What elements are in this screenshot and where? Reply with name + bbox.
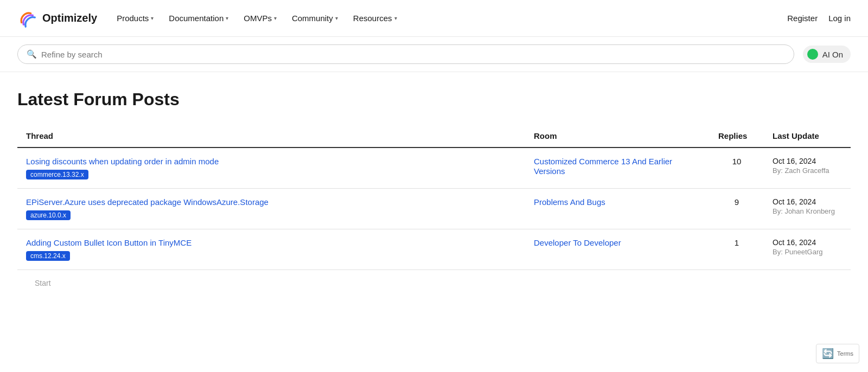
last-update-date: Oct 16, 2024 — [773, 238, 842, 247]
last-update-cell: Oct 16, 2024By: Zach Graceffa — [764, 147, 851, 189]
last-update-cell: Oct 16, 2024By: Johan Kronberg — [764, 189, 851, 229]
room-cell: Developer To Developer — [525, 229, 710, 270]
nav-item-documentation[interactable]: Documentation ▾ — [162, 9, 235, 27]
th-thread: Thread — [17, 125, 525, 147]
table-row: Adding Custom Bullet Icon Button in Tiny… — [17, 229, 851, 270]
room-cell: Customized Commerce 13 And Earlier Versi… — [525, 147, 710, 189]
forum-table: Thread Room Replies Last Update Losing d… — [17, 125, 851, 270]
last-update-date: Oct 16, 2024 — [773, 157, 842, 165]
nav-items: Products ▾ Documentation ▾ OMVPs ▾ Commu… — [110, 9, 783, 27]
room-link[interactable]: Developer To Developer — [534, 238, 621, 247]
navbar: Optimizely Products ▾ Documentation ▾ OM… — [0, 0, 868, 37]
nav-label-resources: Resources — [353, 14, 392, 23]
nav-label-products: Products — [117, 14, 149, 23]
search-bar-area: 🔍 AI On — [0, 37, 868, 72]
logo-icon — [17, 8, 38, 29]
nav-item-omvps[interactable]: OMVPs ▾ — [237, 9, 283, 27]
nav-item-community[interactable]: Community ▾ — [285, 9, 344, 27]
pagination-start[interactable]: Start — [35, 279, 51, 287]
thread-cell: EPiServer.Azure uses deprecated package … — [17, 189, 525, 229]
table-row: EPiServer.Azure uses deprecated package … — [17, 189, 851, 229]
last-update-date: Oct 16, 2024 — [773, 197, 842, 206]
room-cell: Problems And Bugs — [525, 189, 710, 229]
replies-cell: 1 — [710, 229, 764, 270]
nav-label-documentation: Documentation — [169, 14, 224, 23]
replies-cell: 10 — [710, 147, 764, 189]
chevron-down-icon: ▾ — [335, 15, 338, 21]
search-wrapper: 🔍 — [17, 44, 794, 64]
logo-text: Optimizely — [42, 12, 97, 24]
chevron-down-icon: ▾ — [274, 15, 277, 21]
table-row: Losing discounts when updating order in … — [17, 147, 851, 189]
last-update-by: By: Johan Kronberg — [773, 207, 842, 215]
last-update-cell: Oct 16, 2024By: PuneetGarg — [764, 229, 851, 270]
replies-count: 1 — [718, 238, 755, 247]
th-last-update: Last Update — [764, 125, 851, 147]
pagination-area: Start — [17, 270, 851, 296]
replies-cell: 9 — [710, 189, 764, 229]
thread-cell: Adding Custom Bullet Icon Button in Tiny… — [17, 229, 525, 270]
ai-label: AI On — [822, 50, 843, 59]
thread-tag-badge: cms.12.24.x — [26, 251, 70, 261]
thread-tag-badge: azure.10.0.x — [26, 210, 71, 220]
logo[interactable]: Optimizely — [17, 8, 97, 29]
ai-toggle[interactable]: AI On — [803, 46, 851, 63]
thread-cell: Losing discounts when updating order in … — [17, 147, 525, 189]
room-link[interactable]: Customized Commerce 13 And Earlier Versi… — [534, 157, 672, 176]
thread-title-link[interactable]: Losing discounts when updating order in … — [26, 157, 516, 166]
nav-label-community: Community — [292, 14, 333, 23]
search-icon: 🔍 — [27, 49, 37, 59]
chevron-down-icon: ▾ — [226, 15, 228, 21]
page-title: Latest Forum Posts — [17, 89, 851, 110]
table-header-row: Thread Room Replies Last Update — [17, 125, 851, 147]
register-link[interactable]: Register — [787, 14, 818, 23]
chevron-down-icon: ▾ — [151, 15, 154, 21]
nav-label-omvps: OMVPs — [244, 14, 272, 23]
replies-count: 9 — [718, 197, 755, 207]
replies-count: 10 — [718, 157, 755, 166]
th-room: Room — [525, 125, 710, 147]
main-content: Latest Forum Posts Thread Room Replies L… — [0, 72, 868, 296]
search-input[interactable] — [41, 50, 785, 59]
login-link[interactable]: Log in — [828, 14, 851, 23]
nav-item-resources[interactable]: Resources ▾ — [347, 9, 404, 27]
last-update-by: By: PuneetGarg — [773, 248, 842, 256]
thread-tag-badge: commerce.13.32.x — [26, 170, 88, 179]
thread-title-link[interactable]: Adding Custom Bullet Icon Button in Tiny… — [26, 238, 516, 247]
thread-title-link[interactable]: EPiServer.Azure uses deprecated package … — [26, 197, 516, 207]
nav-right: Register Log in — [787, 14, 851, 23]
ai-status-dot — [807, 49, 818, 60]
last-update-by: By: Zach Graceffa — [773, 166, 842, 175]
th-replies: Replies — [710, 125, 764, 147]
room-link[interactable]: Problems And Bugs — [534, 197, 605, 207]
nav-item-products[interactable]: Products ▾ — [110, 9, 160, 27]
chevron-down-icon: ▾ — [394, 15, 397, 21]
